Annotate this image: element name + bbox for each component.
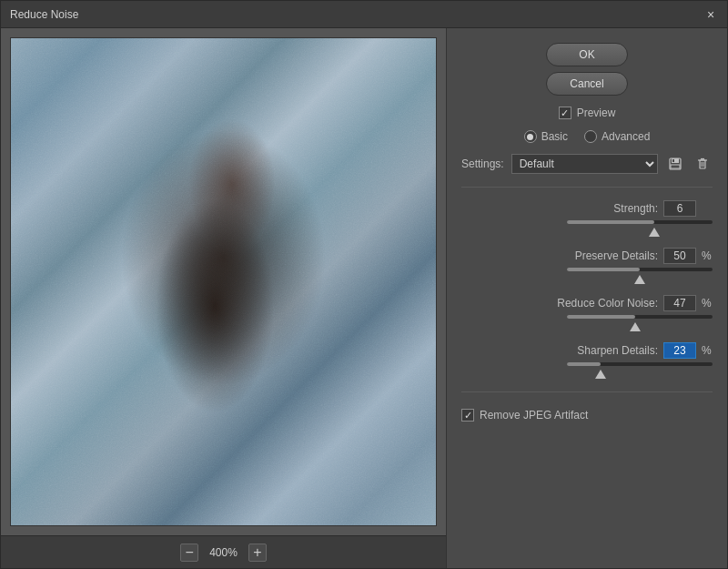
- preserve-details-thumb[interactable]: [634, 275, 645, 284]
- action-buttons: OK Cancel: [461, 43, 713, 96]
- preview-image: [11, 38, 436, 525]
- strength-track: [567, 220, 713, 224]
- controls-panel: OK Cancel Preview Basic Advanced: [447, 28, 727, 568]
- svg-rect-4: [700, 160, 705, 168]
- strength-unit: [702, 202, 713, 215]
- advanced-option[interactable]: Advanced: [584, 130, 650, 143]
- zoom-level: 400%: [209, 546, 238, 559]
- sharpen-details-unit: %: [702, 344, 713, 357]
- reduce-color-noise-header: Reduce Color Noise: 47 %: [461, 295, 713, 311]
- svg-rect-2: [671, 165, 680, 168]
- preserve-details-track-row: [461, 268, 713, 284]
- reduce-color-noise-thumb-row: [567, 322, 713, 331]
- artifact-checkbox[interactable]: [461, 409, 474, 422]
- sharpen-details-thumb[interactable]: [595, 370, 606, 379]
- zoom-bar: − 400% +: [1, 535, 446, 568]
- sharpen-details-label: Sharpen Details:: [577, 344, 658, 357]
- sharpen-details-track-row: [461, 362, 713, 379]
- advanced-label: Advanced: [602, 130, 650, 143]
- preserve-details-thumb-row: [567, 275, 713, 284]
- zoom-out-icon: −: [185, 544, 193, 561]
- sharpen-details-value[interactable]: 23: [663, 342, 696, 359]
- artifact-row: Remove JPEG Artifact: [461, 409, 713, 422]
- zoom-out-button[interactable]: −: [180, 544, 198, 562]
- preview-checkbox[interactable]: [559, 107, 571, 119]
- preserve-details-unit: %: [702, 249, 713, 262]
- reduce-color-noise-track: [567, 315, 713, 319]
- basic-label: Basic: [541, 130, 568, 143]
- preserve-details-header: Preserve Details: 50 %: [461, 248, 713, 264]
- strength-group: Strength: 6: [461, 200, 713, 237]
- preserve-details-value[interactable]: 50: [663, 248, 696, 264]
- dialog-title: Reduce Noise: [10, 8, 78, 21]
- preserve-details-label: Preserve Details:: [575, 249, 658, 262]
- sharpen-details-group: Sharpen Details: 23 %: [461, 342, 713, 379]
- preserve-details-track: [567, 268, 713, 271]
- svg-rect-3: [672, 159, 674, 162]
- zoom-in-icon: +: [253, 544, 261, 561]
- basic-radio[interactable]: [524, 130, 537, 143]
- strength-value[interactable]: 6: [663, 200, 696, 217]
- reduce-color-noise-label: Reduce Color Noise:: [557, 297, 658, 310]
- settings-select[interactable]: Default Custom: [511, 154, 658, 174]
- reduce-color-noise-slider[interactable]: [567, 315, 713, 331]
- close-button[interactable]: ×: [703, 7, 718, 22]
- settings-label: Settings:: [461, 157, 504, 170]
- strength-track-row: [461, 220, 713, 237]
- sharpen-details-track: [567, 362, 713, 366]
- save-preset-button[interactable]: [665, 154, 685, 174]
- zoom-in-button[interactable]: +: [248, 544, 267, 562]
- sharpen-details-header: Sharpen Details: 23 %: [461, 342, 713, 359]
- strength-thumb[interactable]: [649, 228, 660, 237]
- reduce-color-noise-track-row: [461, 315, 713, 331]
- advanced-radio[interactable]: [584, 130, 597, 143]
- artifact-label: Remove JPEG Artifact: [480, 409, 588, 422]
- basic-option[interactable]: Basic: [524, 130, 568, 143]
- mode-row: Basic Advanced: [461, 130, 713, 143]
- strength-fill: [567, 220, 654, 224]
- preview-row: Preview: [461, 107, 713, 119]
- preserve-details-group: Preserve Details: 50 %: [461, 248, 713, 284]
- reduce-noise-dialog: Reduce Noise × − 400% + OK: [0, 0, 728, 569]
- reduce-color-noise-unit: %: [702, 297, 713, 310]
- title-bar: Reduce Noise ×: [1, 1, 727, 28]
- save-preset-icon: [668, 157, 682, 171]
- separator-1: [461, 187, 713, 188]
- sharpen-details-fill: [567, 362, 601, 366]
- reduce-color-noise-group: Reduce Color Noise: 47 %: [461, 295, 713, 331]
- reduce-color-noise-thumb[interactable]: [630, 322, 641, 331]
- strength-header: Strength: 6: [461, 200, 713, 217]
- strength-slider[interactable]: [567, 220, 713, 237]
- preserve-details-slider[interactable]: [567, 268, 713, 284]
- delete-preset-button[interactable]: [693, 154, 713, 174]
- preview-label: Preview: [577, 107, 616, 119]
- image-preview: [10, 37, 437, 526]
- dialog-body: − 400% + OK Cancel Preview: [1, 28, 727, 568]
- ok-button[interactable]: OK: [546, 43, 628, 66]
- cancel-button[interactable]: Cancel: [546, 72, 628, 96]
- preview-area: − 400% +: [1, 28, 447, 568]
- separator-2: [461, 391, 713, 392]
- preserve-details-fill: [567, 268, 640, 271]
- reduce-color-noise-value[interactable]: 47: [663, 295, 696, 311]
- sharpen-details-slider[interactable]: [567, 362, 713, 379]
- trash-icon: [695, 157, 710, 171]
- sharpen-details-thumb-row: [567, 370, 713, 379]
- strength-thumb-row: [567, 228, 713, 237]
- strength-label: Strength:: [613, 202, 658, 215]
- reduce-color-noise-fill: [567, 315, 635, 319]
- settings-row: Settings: Default Custom: [461, 154, 713, 174]
